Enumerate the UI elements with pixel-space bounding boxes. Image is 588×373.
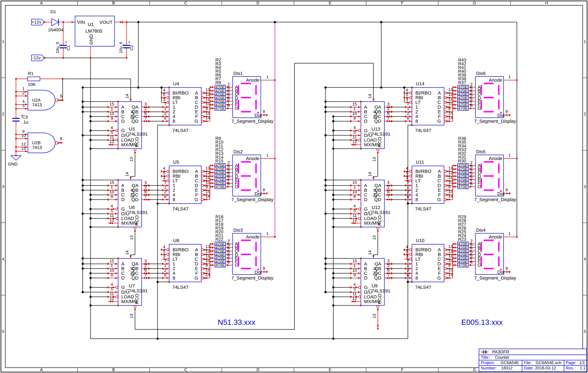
pin-number: 1 — [164, 107, 166, 111]
wire-arrow — [358, 134, 361, 136]
pin-label: 2 — [415, 109, 418, 114]
pin-dot — [516, 236, 518, 238]
segment-bar — [498, 100, 500, 110]
segment-bar — [484, 111, 494, 112]
pin-label: G — [195, 197, 198, 202]
resistor-r1 — [27, 77, 40, 81]
pin-number: 12 — [448, 92, 453, 97]
part-value: 74LS47 — [172, 285, 189, 290]
pin-number: 13 — [206, 87, 210, 92]
inversion-bubble — [167, 97, 169, 99]
pin-label: 4 — [173, 192, 175, 197]
part-value: 10u_tt — [55, 42, 60, 53]
segment-bar — [481, 242, 482, 252]
pin-dot — [266, 271, 268, 273]
gate-output-bubble — [55, 142, 58, 144]
pin-label: LOAD — [121, 294, 134, 299]
wire-arrow — [115, 134, 118, 136]
inversion-bubble — [410, 253, 412, 256]
inversion-bubble — [444, 106, 446, 108]
grid-column-letter: A — [40, 1, 43, 5]
wire-arrow — [409, 120, 412, 122]
pin-label: 1 — [415, 104, 418, 110]
grid-row-number: 5 — [2, 329, 4, 334]
segment-bar — [238, 85, 239, 95]
inversion-bubble — [358, 130, 361, 132]
pin-label: F — [438, 192, 441, 197]
segment-bar — [255, 242, 257, 252]
pin-number: 6 — [387, 111, 389, 116]
pin-number: 15 — [206, 111, 210, 116]
pin-label: A — [195, 169, 198, 174]
page-label: Page: — [566, 360, 577, 365]
pin-number: 11 — [110, 135, 114, 139]
inversion-bubble — [167, 92, 169, 94]
pin-number: 2 — [22, 91, 25, 95]
wire-arrow — [115, 189, 118, 191]
inversion-bubble — [116, 130, 118, 132]
pin-number: 5 — [163, 171, 165, 176]
pin-label: 4 — [173, 114, 175, 119]
wire-arrow — [134, 152, 136, 154]
pin-number: 13 — [372, 314, 377, 318]
pin-number: 4 — [111, 204, 113, 208]
pin-label: A — [364, 183, 367, 188]
pin-label: E — [438, 187, 441, 193]
pin-label: Anode — [489, 77, 502, 83]
pin-number: 8 — [60, 136, 62, 141]
pin-number: 6 — [407, 116, 409, 121]
pin-label: A — [121, 183, 124, 188]
inversion-bubble — [444, 175, 446, 177]
inversion-bubble — [167, 101, 169, 103]
pin-dot — [161, 249, 162, 251]
pin-number: 9 — [448, 263, 451, 268]
inversion-bubble — [201, 101, 203, 103]
wire-arrow — [358, 272, 361, 274]
inversion-bubble — [377, 149, 379, 151]
pin-dot — [404, 97, 405, 99]
inversion-bubble — [410, 101, 412, 103]
part-value: LM7805 — [85, 28, 102, 33]
pin-number: 15 — [110, 102, 114, 107]
pin-number: 4 — [354, 282, 356, 287]
pin-label: B — [364, 109, 367, 114]
wire-arrow — [377, 325, 379, 327]
pin-label: QC — [374, 114, 381, 119]
inversion-bubble — [410, 180, 412, 182]
ref-designator: U1 — [88, 22, 94, 27]
ref-designator: Dis2 — [233, 149, 243, 154]
pin-number: 6 — [144, 268, 147, 273]
pin-number: 6 — [164, 273, 166, 277]
ref-designator: U9 — [372, 283, 378, 288]
junction-dot — [82, 257, 84, 260]
inversion-bubble — [201, 106, 203, 108]
pin-label: QB — [375, 109, 381, 114]
junction-dot — [324, 263, 326, 265]
segment-bar — [238, 178, 239, 188]
pin-number: 13 — [129, 314, 134, 318]
inversion-bubble — [134, 306, 136, 308]
pin-label: QB — [132, 187, 138, 193]
inversion-bubble — [444, 189, 446, 191]
pin-label: QD — [131, 197, 138, 202]
pin-dot — [509, 114, 510, 116]
pin-number: 15 — [110, 259, 114, 263]
grid-column-letter: A — [40, 367, 43, 372]
pin-dot — [360, 148, 362, 150]
inversion-bubble — [201, 111, 203, 113]
inversion-bubble — [410, 249, 412, 251]
inversion-bubble — [167, 258, 169, 260]
ref-designator: R1 — [28, 71, 33, 76]
junction-dot — [89, 148, 92, 150]
pin-label: QC — [131, 114, 138, 119]
inversion-bubble — [358, 296, 361, 298]
wire-arrow — [115, 116, 118, 117]
inversion-bubble — [167, 249, 169, 251]
pin-dot — [274, 158, 276, 160]
pin-dot — [15, 95, 17, 97]
pin-number: 11 — [448, 253, 452, 258]
pin-dot — [161, 170, 162, 173]
pin-dot — [274, 236, 276, 238]
part-value: 74LS191 — [372, 210, 390, 215]
wire-arrow — [166, 268, 169, 270]
